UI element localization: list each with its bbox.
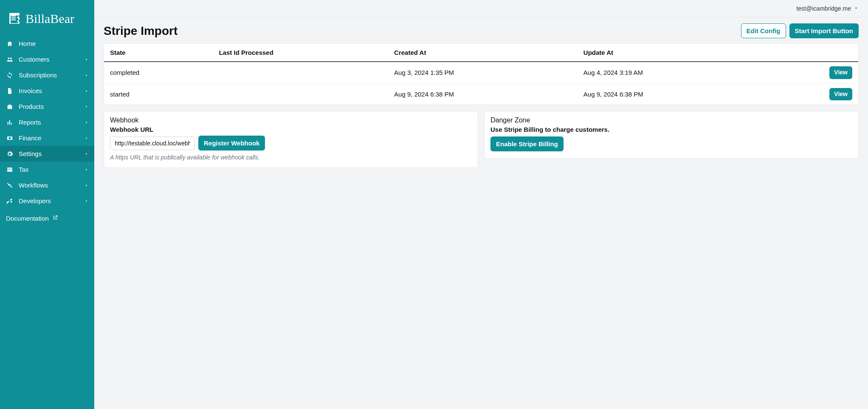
workflow-icon bbox=[6, 182, 14, 189]
file-icon bbox=[6, 88, 14, 94]
svg-rect-2 bbox=[11, 20, 16, 20]
sidebar-item-settings[interactable]: Settings bbox=[0, 146, 94, 162]
cell-actions: View bbox=[767, 62, 858, 83]
topbar: test@icambridge.me bbox=[94, 0, 868, 17]
sidebar-item-label: Workflows bbox=[19, 182, 79, 189]
sidebar-item-label: Products bbox=[19, 103, 79, 110]
chevron-left-icon bbox=[84, 166, 88, 173]
chevron-left-icon bbox=[84, 119, 88, 126]
cell-state: completed bbox=[104, 62, 213, 83]
sidebar-item-label: Home bbox=[19, 40, 88, 47]
chevron-left-icon bbox=[84, 197, 88, 204]
documentation-link[interactable]: Documentation bbox=[0, 210, 94, 226]
brand-logo-icon bbox=[7, 11, 22, 26]
webhook-heading: Webhook bbox=[110, 116, 472, 124]
sidebar-item-home[interactable]: Home bbox=[0, 36, 94, 51]
panels: Webhook Webhook URL Register Webhook A h… bbox=[104, 111, 859, 168]
sync-icon bbox=[6, 72, 14, 79]
tools-icon bbox=[6, 198, 14, 204]
nav-list: HomeCustomersSubscriptionsInvoicesProduc… bbox=[0, 36, 94, 209]
sidebar-item-label: Developers bbox=[19, 197, 79, 204]
view-button[interactable]: View bbox=[829, 88, 852, 101]
col-updated: Update At bbox=[578, 44, 767, 62]
col-last-id: Last Id Processed bbox=[213, 44, 388, 62]
home-icon bbox=[6, 40, 14, 47]
enable-stripe-billing-button[interactable]: Enable Stripe Billing bbox=[490, 136, 564, 151]
sidebar-item-label: Reports bbox=[19, 119, 79, 126]
sidebar-item-label: Finance bbox=[19, 134, 79, 142]
cash-icon bbox=[6, 135, 14, 142]
webhook-url-input[interactable] bbox=[110, 136, 195, 150]
edit-config-button[interactable]: Edit Config bbox=[741, 23, 786, 38]
sidebar-item-label: Customers bbox=[19, 56, 79, 63]
content: Stripe Import Edit Config Start Import B… bbox=[94, 17, 868, 181]
svg-rect-0 bbox=[11, 16, 16, 17]
cell-last-id bbox=[213, 83, 388, 105]
chevron-left-icon bbox=[84, 71, 88, 79]
col-actions bbox=[767, 44, 858, 62]
cell-updated: Aug 4, 2024 3:19 AM bbox=[578, 62, 767, 83]
sidebar-item-label: Invoices bbox=[19, 87, 79, 94]
sidebar-item-finance[interactable]: Finance bbox=[0, 130, 94, 146]
register-webhook-button[interactable]: Register Webhook bbox=[198, 136, 265, 151]
sidebar-item-invoices[interactable]: Invoices bbox=[0, 83, 94, 99]
col-created: Created At bbox=[388, 44, 578, 62]
main: test@icambridge.me Stripe Import Edit Co… bbox=[94, 0, 868, 409]
sidebar-item-label: Settings bbox=[19, 150, 79, 157]
table-row: startedAug 9, 2024 6:38 PMAug 9, 2024 6:… bbox=[104, 83, 858, 105]
sidebar-item-label: Tax bbox=[19, 166, 79, 173]
danger-zone-panel: Danger Zone Use Stripe Billing to charge… bbox=[484, 111, 859, 159]
chevron-left-icon bbox=[84, 134, 88, 142]
user-email: test@icambridge.me bbox=[796, 5, 851, 12]
sidebar-item-label: Subscriptions bbox=[19, 71, 79, 79]
chevron-left-icon bbox=[84, 150, 88, 157]
cell-state: started bbox=[104, 83, 213, 105]
gear-icon bbox=[6, 151, 14, 157]
cell-created: Aug 3, 2024 1:35 PM bbox=[388, 62, 578, 83]
documentation-label: Documentation bbox=[6, 215, 49, 222]
webhook-help-text: A https URL that is publically available… bbox=[110, 154, 472, 161]
sidebar-item-subscriptions[interactable]: Subscriptions bbox=[0, 67, 94, 83]
sidebar-item-reports[interactable]: Reports bbox=[0, 114, 94, 130]
imports-table: State Last Id Processed Created At Updat… bbox=[104, 44, 858, 105]
imports-table-card: State Last Id Processed Created At Updat… bbox=[104, 43, 859, 105]
danger-description: Use Stripe Billing to charge customers. bbox=[490, 126, 852, 133]
briefcase-icon bbox=[6, 103, 14, 110]
users-icon bbox=[6, 56, 14, 63]
svg-rect-1 bbox=[11, 17, 16, 18]
chevron-left-icon bbox=[84, 103, 88, 110]
chevron-left-icon bbox=[84, 87, 88, 94]
sidebar: BillaBear HomeCustomersSubscriptionsInvo… bbox=[0, 0, 94, 409]
table-row: completedAug 3, 2024 1:35 PMAug 4, 2024 … bbox=[104, 62, 858, 83]
brand[interactable]: BillaBear bbox=[0, 5, 94, 36]
cell-created: Aug 9, 2024 6:38 PM bbox=[388, 83, 578, 105]
bar-chart-icon bbox=[6, 119, 14, 126]
sidebar-item-developers[interactable]: Developers bbox=[0, 193, 94, 209]
chevron-down-icon bbox=[854, 5, 859, 12]
user-menu[interactable]: test@icambridge.me bbox=[796, 5, 859, 12]
sidebar-item-workflows[interactable]: Workflows bbox=[0, 177, 94, 193]
cell-actions: View bbox=[767, 83, 858, 105]
card-icon bbox=[6, 166, 14, 173]
sidebar-item-products[interactable]: Products bbox=[0, 99, 94, 114]
cell-updated: Aug 9, 2024 6:38 PM bbox=[578, 83, 767, 105]
webhook-url-label: Webhook URL bbox=[110, 126, 472, 133]
external-link-icon bbox=[52, 215, 58, 222]
sidebar-item-tax[interactable]: Tax bbox=[0, 162, 94, 177]
page-title: Stripe Import bbox=[104, 24, 178, 38]
page-header: Stripe Import Edit Config Start Import B… bbox=[104, 23, 859, 38]
sidebar-item-customers[interactable]: Customers bbox=[0, 51, 94, 67]
chevron-left-icon bbox=[84, 182, 88, 189]
cell-last-id bbox=[213, 62, 388, 83]
col-state: State bbox=[104, 44, 213, 62]
brand-name: BillaBear bbox=[25, 11, 74, 26]
start-import-button[interactable]: Start Import Button bbox=[789, 23, 859, 38]
chevron-left-icon bbox=[84, 56, 88, 63]
danger-heading: Danger Zone bbox=[490, 116, 852, 124]
view-button[interactable]: View bbox=[829, 66, 852, 79]
webhook-panel: Webhook Webhook URL Register Webhook A h… bbox=[104, 111, 478, 168]
page-actions: Edit Config Start Import Button bbox=[741, 23, 859, 38]
